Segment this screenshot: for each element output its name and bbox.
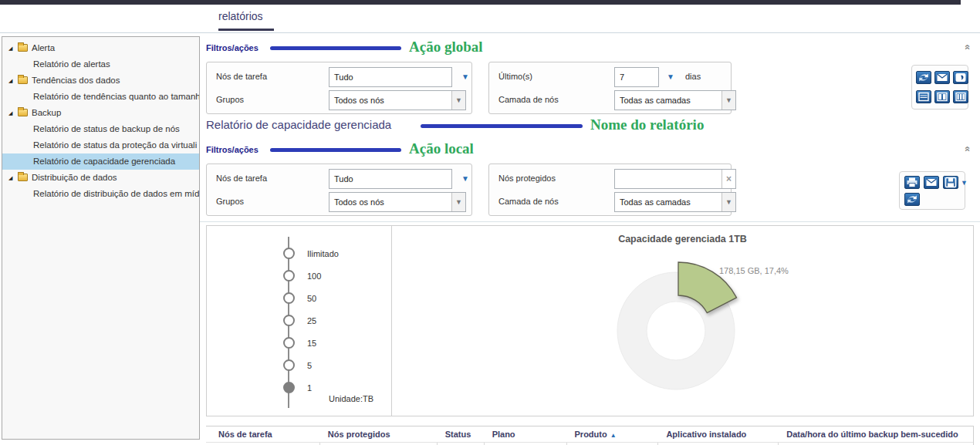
- tree-expand-icon[interactable]: ◢: [8, 170, 16, 186]
- chevron-down-icon[interactable]: ▼: [721, 193, 735, 211]
- sidebar-item-distribuicao-dados-midia[interactable]: Relatório de distribuição de dados em mí…: [2, 186, 199, 202]
- collapse-local-filters-icon[interactable]: «: [961, 143, 974, 155]
- tab-relatorios[interactable]: relatórios: [218, 10, 263, 22]
- global-toolbar: [911, 65, 968, 110]
- node-tier-label: Camada de nós: [498, 95, 559, 104]
- column-header-data-hora-ultimo-backup[interactable]: Data/hora do último backup bem-sucedido: [779, 430, 973, 439]
- report-tree-sidebar: ◢Alerta Relatório de alertas ◢Tendências…: [2, 36, 200, 440]
- task-nodes-input[interactable]: Tudo: [329, 67, 452, 87]
- results-table-header: Nós de tarefa Nós protegidos Status Plan…: [206, 426, 973, 442]
- local-annotation-text: Ação local: [409, 140, 474, 157]
- collapse-global-filters-icon[interactable]: «: [961, 41, 974, 53]
- save-icon[interactable]: [943, 176, 958, 189]
- tree-expand-icon[interactable]: ◢: [8, 72, 16, 89]
- global-filter-group-period: Último(s) 7 ▼ dias Camada de nós Todas a…: [488, 62, 732, 114]
- save-dropdown-icon[interactable]: ▼: [961, 179, 968, 187]
- column-header-plano[interactable]: Plano: [485, 430, 567, 439]
- slider-option-label: 1: [307, 383, 312, 393]
- tree-item-label: Relatório de tendências quanto ao tamanh: [33, 92, 199, 101]
- email-icon[interactable]: [934, 71, 950, 84]
- column-header-nos-de-tarefa[interactable]: Nós de tarefa: [206, 430, 320, 439]
- print-icon[interactable]: [904, 176, 920, 189]
- node-tier-combobox[interactable]: Todas as camadas ▼: [614, 192, 736, 212]
- sidebar-folder-distribuicao[interactable]: ◢Distribuição de dados: [2, 170, 199, 186]
- last-days-input[interactable]: 7: [614, 67, 659, 87]
- local-filter-group-protection: Nós protegidos × Camada de nós Todas as …: [488, 164, 732, 216]
- protected-nodes-input[interactable]: ×: [614, 169, 736, 189]
- last-days-dropdown-icon[interactable]: ▼: [667, 72, 674, 81]
- slider-option-15[interactable]: [283, 337, 295, 349]
- task-nodes-input[interactable]: Tudo: [329, 169, 452, 189]
- groups-combobox[interactable]: Todos os nós ▼: [329, 192, 466, 212]
- slider-option-label: Ilimitado: [307, 249, 339, 258]
- sidebar-folder-tendencias[interactable]: ◢Tendências dos dados: [2, 72, 199, 89]
- column-header-status[interactable]: Status: [438, 430, 485, 439]
- slider-option-label: 25: [307, 316, 316, 325]
- capacity-donut-chart: [392, 226, 974, 417]
- tree-expand-icon[interactable]: ◢: [8, 40, 16, 56]
- slider-option-label: 50: [307, 294, 316, 303]
- slider-option-5[interactable]: [283, 359, 295, 371]
- chevron-down-icon[interactable]: ▼: [721, 91, 735, 110]
- slider-option-label: 100: [307, 271, 321, 281]
- slider-option-ilimitado[interactable]: [283, 248, 295, 259]
- tree-item-label: Relatório de capacidade gerenciada: [33, 157, 175, 166]
- results-table: Nós de tarefa Nós protegidos Status Plan…: [206, 426, 974, 445]
- refresh-icon[interactable]: [916, 71, 931, 84]
- protected-nodes-label: Nós protegidos: [498, 174, 556, 183]
- sidebar-item-relatorio-de-alertas[interactable]: Relatório de alertas: [2, 56, 199, 72]
- groups-label: Grupos: [216, 197, 244, 206]
- sort-ascending-icon: ▲: [610, 432, 617, 439]
- groups-value: Todos os nós: [329, 193, 451, 211]
- task-nodes-dropdown-icon[interactable]: ▼: [461, 174, 469, 183]
- refresh-icon[interactable]: [904, 193, 920, 206]
- report-title: Relatório de capacidade gerenciada: [206, 118, 391, 131]
- results-table-row-partial: [206, 442, 973, 445]
- groups-value: Todos os nós: [329, 91, 451, 110]
- slider-unit-label: Unidade:TB: [329, 394, 373, 403]
- slider-option-25[interactable]: [283, 315, 295, 326]
- column-header-nos-protegidos[interactable]: Nós protegidos: [320, 430, 438, 439]
- title-annotation-line: [421, 124, 583, 128]
- tree-folder-label: Backup: [32, 108, 61, 117]
- slider-option-1-selected[interactable]: [283, 382, 295, 393]
- email-icon[interactable]: [924, 176, 939, 189]
- sidebar-item-capacidade-gerenciada[interactable]: Relatório de capacidade gerenciada: [2, 153, 199, 170]
- protected-nodes-value[interactable]: [615, 170, 721, 188]
- slider-option-label: 5: [307, 361, 312, 370]
- sidebar-item-status-backup-nos[interactable]: Relatório de status de backup de nós: [2, 121, 199, 137]
- tabs-divider: [0, 32, 980, 33]
- column-header-aplicativo-instalado[interactable]: Aplicativo instalado: [658, 430, 779, 439]
- tree-folder-label: Alerta: [32, 43, 55, 52]
- layout-three-column-icon[interactable]: [953, 90, 968, 103]
- global-filters-section-label: Filtros/ações: [206, 43, 259, 52]
- slider-option-100[interactable]: [283, 270, 295, 281]
- export-image-icon[interactable]: [953, 71, 968, 84]
- tree-expand-icon[interactable]: ◢: [8, 105, 16, 121]
- node-tier-combobox[interactable]: Todas as camadas ▼: [614, 90, 736, 110]
- clear-icon[interactable]: ×: [721, 170, 735, 188]
- capacity-chart-panel: Capacidade gerenciada 1TB 178,15 GB, 17,…: [392, 225, 974, 416]
- column-header-produto[interactable]: Produto▲: [567, 430, 659, 439]
- title-annotation-text: Nome do relatório: [590, 116, 704, 133]
- folder-icon: [18, 76, 28, 84]
- task-nodes-dropdown-icon[interactable]: ▼: [461, 72, 469, 81]
- slider-option-50[interactable]: [283, 292, 295, 304]
- chevron-down-icon[interactable]: ▼: [451, 91, 465, 110]
- folder-icon: [18, 109, 28, 116]
- local-filters-section-label: Filtros/ações: [206, 145, 259, 154]
- sidebar-item-status-protecao-virtual[interactable]: Relatório de status da proteção da virtu…: [2, 137, 199, 153]
- tree-item-label: Relatório de distribuição de dados em mí…: [33, 189, 199, 198]
- sidebar-item-relatorio-tendencias[interactable]: Relatório de tendências quanto ao tamanh: [2, 89, 199, 105]
- layout-two-column-icon[interactable]: [934, 90, 950, 103]
- layout-single-icon[interactable]: [916, 90, 931, 103]
- app-window: relatórios ◢Alerta Relatório de alertas …: [0, 0, 980, 445]
- groups-combobox[interactable]: Todos os nós ▼: [329, 90, 466, 110]
- task-nodes-label: Nós de tarefa: [216, 72, 267, 81]
- groups-label: Grupos: [216, 95, 244, 104]
- sidebar-folder-backup[interactable]: ◢Backup: [2, 105, 199, 121]
- sidebar-folder-alerta[interactable]: ◢Alerta: [2, 40, 199, 56]
- top-chrome-bar: [0, 0, 961, 5]
- node-tier-value: Todas as camadas: [615, 193, 721, 211]
- chevron-down-icon[interactable]: ▼: [451, 193, 465, 211]
